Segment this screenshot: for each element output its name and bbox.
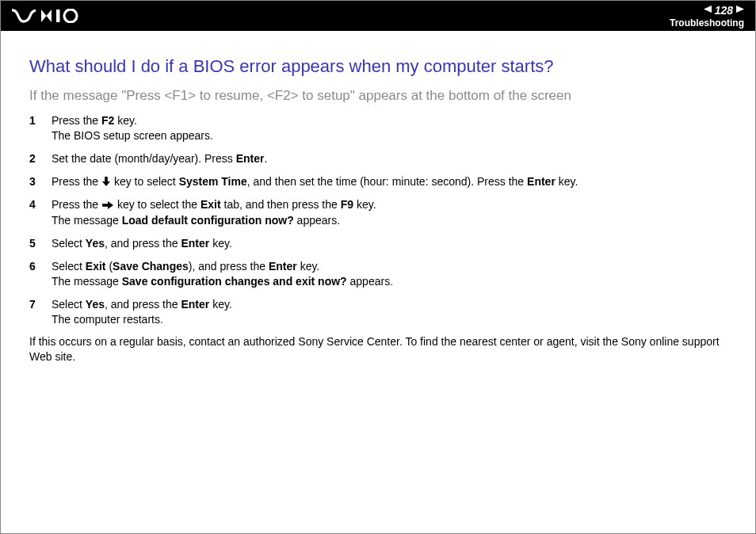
step-text: Press the key to select the Exit tab, an…	[52, 197, 727, 228]
step-text: Press the F2 key.The BIOS setup screen a…	[52, 113, 727, 143]
step-number: 2	[29, 151, 52, 166]
prev-page-arrow-icon[interactable]	[704, 6, 712, 14]
step-number: 7	[29, 297, 52, 312]
next-page-arrow-icon[interactable]	[736, 6, 744, 14]
bold-text: Save configuration changes and exit now?	[122, 275, 347, 288]
footer-paragraph: If this occurs on a regular basis, conta…	[29, 334, 727, 364]
bold-text: Enter	[527, 175, 556, 188]
bold-text: Yes	[86, 298, 105, 311]
step-number: 1	[29, 113, 52, 128]
page-number: 128	[715, 4, 733, 17]
bold-text: F9	[341, 198, 353, 211]
bold-text: Save Changes	[113, 260, 189, 273]
section-label: Troubleshooting	[670, 17, 744, 29]
step-item: 7Select Yes, and press the Enter key.The…	[29, 297, 727, 327]
header-bar: 128 Troubleshooting	[1, 1, 755, 31]
svg-rect-0	[56, 10, 60, 22]
down-arrow-icon	[102, 175, 110, 190]
step-list: 1Press the F2 key.The BIOS setup screen …	[29, 113, 727, 326]
step-item: 3Press the key to select System Time, an…	[29, 174, 727, 190]
svg-rect-2	[105, 177, 108, 181]
step-text: Select Yes, and press the Enter key.	[52, 236, 727, 251]
step-number: 4	[29, 197, 52, 212]
bold-text: Enter	[181, 237, 209, 250]
bold-text: System Time	[179, 175, 247, 188]
bold-text: Enter	[236, 152, 265, 165]
step-text: Select Exit (Save Changes), and press th…	[52, 259, 727, 289]
vaio-logo	[12, 9, 78, 23]
page-subtitle: If the message "Press <F1> to resume, <F…	[29, 88, 727, 104]
step-item: 6Select Exit (Save Changes), and press t…	[29, 259, 727, 289]
step-item: 2Set the date (month/day/year). Press En…	[29, 151, 727, 166]
step-number: 3	[29, 174, 52, 189]
step-text: Set the date (month/day/year). Press Ent…	[52, 151, 727, 166]
step-number: 6	[29, 259, 52, 274]
page-content: What should I do if a BIOS error appears…	[1, 31, 755, 364]
bold-text: F2	[101, 114, 114, 127]
step-number: 5	[29, 236, 52, 251]
step-item: 4Press the key to select the Exit tab, a…	[29, 197, 727, 228]
svg-rect-3	[102, 204, 108, 207]
right-arrow-icon	[102, 198, 113, 213]
bold-text: Yes	[86, 237, 105, 250]
step-item: 5Select Yes, and press the Enter key.	[29, 236, 727, 251]
bold-text: Exit	[200, 198, 221, 211]
page-title: What should I do if a BIOS error appears…	[29, 56, 727, 77]
bold-text: Enter	[269, 260, 297, 273]
step-item: 1Press the F2 key.The BIOS setup screen …	[29, 113, 727, 143]
bold-text: Exit	[86, 260, 106, 273]
step-text: Press the key to select System Time, and…	[52, 174, 727, 190]
page-navigation: 128 Troubleshooting	[670, 4, 744, 29]
bold-text: Load default configuration now?	[122, 214, 294, 227]
svg-point-1	[64, 10, 77, 22]
step-text: Select Yes, and press the Enter key.The …	[52, 297, 727, 327]
bold-text: Enter	[181, 298, 209, 311]
